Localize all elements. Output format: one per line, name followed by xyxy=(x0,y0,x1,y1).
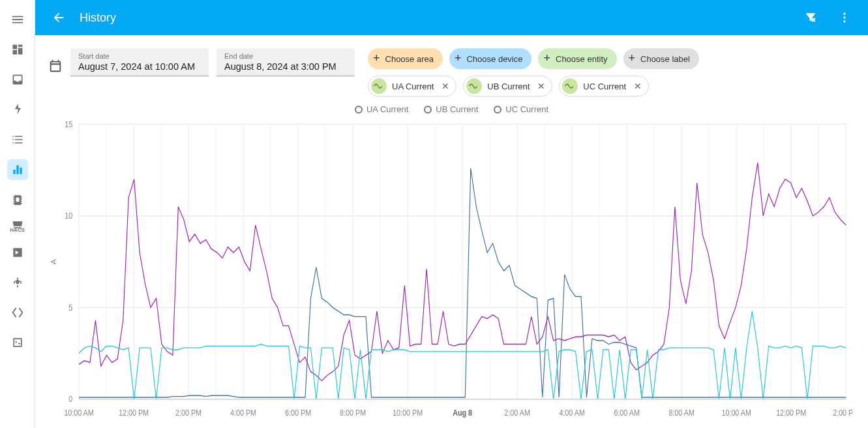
choose-device-button[interactable]: +Choose device xyxy=(449,48,532,69)
svg-text:8:00 PM: 8:00 PM xyxy=(340,408,366,417)
svg-text:5: 5 xyxy=(68,303,72,312)
close-icon[interactable]: ✕ xyxy=(535,80,548,93)
hacs-icon[interactable]: HACS xyxy=(7,219,28,233)
svg-text:4:00 AM: 4:00 AM xyxy=(559,408,585,417)
choose-area-button[interactable]: +Choose area xyxy=(368,48,443,69)
plus-icon: + xyxy=(373,52,380,64)
svg-text:15: 15 xyxy=(65,119,72,129)
inbox-icon[interactable] xyxy=(7,69,28,90)
menu-icon[interactable] xyxy=(7,9,28,30)
sidebar: HACS xyxy=(0,0,35,428)
svg-text:2:00 PM: 2:00 PM xyxy=(175,408,202,417)
svg-text:10:00 AM: 10:00 AM xyxy=(64,408,94,417)
plus-icon: + xyxy=(629,52,636,64)
list-icon[interactable] xyxy=(7,129,28,150)
sine-icon xyxy=(466,78,482,94)
end-date-value: August 8, 2024 at 3:00 PM xyxy=(224,61,347,72)
svg-text:12:00 PM: 12:00 PM xyxy=(119,408,149,417)
svg-text:10:00 PM: 10:00 PM xyxy=(393,408,423,417)
dashboard-icon[interactable] xyxy=(7,39,28,60)
svg-text:2:00 AM: 2:00 AM xyxy=(504,408,530,417)
plus-icon: + xyxy=(543,52,550,64)
chart-legend: UA Current UB Current UC Current xyxy=(35,104,868,114)
svg-text:0: 0 xyxy=(68,395,72,404)
svg-text:8:00 AM: 8:00 AM xyxy=(668,408,695,417)
start-date-value: August 7, 2024 at 10:00 AM xyxy=(78,61,201,72)
page-title: History xyxy=(80,11,798,25)
svg-text:A: A xyxy=(50,259,57,265)
legend-uc[interactable]: UC Current xyxy=(494,104,548,114)
svg-point-2 xyxy=(843,20,845,22)
back-button[interactable] xyxy=(46,5,72,31)
svg-text:2:00 PM: 2:00 PM xyxy=(833,408,852,417)
calendar-icon xyxy=(48,59,63,73)
end-date-label: End date xyxy=(224,52,347,60)
start-date-label: Start date xyxy=(78,52,201,60)
close-icon[interactable]: ✕ xyxy=(631,80,644,93)
filter-clear-icon[interactable] xyxy=(798,5,824,31)
terminal-icon[interactable] xyxy=(7,332,28,353)
svg-text:Aug 8: Aug 8 xyxy=(453,408,472,417)
svg-point-1 xyxy=(843,16,845,18)
svg-text:6:00 PM: 6:00 PM xyxy=(285,408,311,417)
legend-dot-icon xyxy=(355,106,363,114)
svg-text:4:00 PM: 4:00 PM xyxy=(230,408,256,417)
close-icon[interactable]: ✕ xyxy=(439,80,452,93)
controls: Start date August 7, 2024 at 10:00 AM En… xyxy=(35,35,868,99)
entity-chip-uc[interactable]: UC Current ✕ xyxy=(559,76,649,97)
svg-text:10:00 AM: 10:00 AM xyxy=(721,408,751,417)
legend-dot-icon xyxy=(494,106,501,114)
media-icon[interactable] xyxy=(7,242,28,263)
header: History xyxy=(35,0,868,35)
code-icon[interactable] xyxy=(7,302,28,323)
svg-text:12:00 PM: 12:00 PM xyxy=(776,408,806,417)
more-icon[interactable] xyxy=(831,5,858,31)
plus-icon: + xyxy=(455,52,462,64)
legend-ub[interactable]: UB Current xyxy=(424,104,478,114)
entity-chip-ua[interactable]: UA Current ✕ xyxy=(368,76,456,97)
choose-entity-button[interactable]: +Choose entity xyxy=(538,48,616,69)
sine-icon xyxy=(562,78,578,94)
history-icon[interactable] xyxy=(7,159,28,180)
svg-point-0 xyxy=(843,13,845,15)
chart[interactable]: 05101510:00 AM12:00 PM2:00 PM4:00 PM6:00… xyxy=(35,117,868,428)
energy-icon[interactable] xyxy=(7,99,28,120)
choose-label-button[interactable]: +Choose label xyxy=(623,48,699,69)
legend-ua[interactable]: UA Current xyxy=(355,104,408,114)
sine-icon xyxy=(371,78,387,94)
svg-text:6:00 AM: 6:00 AM xyxy=(614,408,640,417)
chip-icon[interactable] xyxy=(7,189,28,210)
entity-chip-ub[interactable]: UB Current ✕ xyxy=(463,76,552,97)
network-icon[interactable] xyxy=(7,272,28,293)
end-date-field[interactable]: End date August 8, 2024 at 3:00 PM xyxy=(217,48,355,76)
start-date-field[interactable]: Start date August 7, 2024 at 10:00 AM xyxy=(70,48,209,76)
legend-dot-icon xyxy=(424,106,432,114)
svg-text:10: 10 xyxy=(65,211,72,221)
